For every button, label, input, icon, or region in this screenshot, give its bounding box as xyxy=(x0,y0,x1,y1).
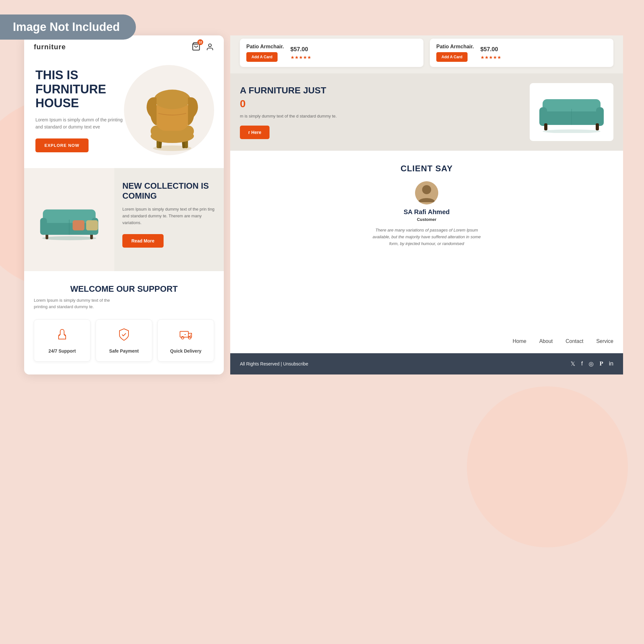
svg-rect-30 xyxy=(544,123,547,130)
product-1-price: $57.00 xyxy=(290,46,311,53)
sofa-banner-svg xyxy=(536,91,607,133)
svg-rect-20 xyxy=(86,220,98,231)
svg-point-24 xyxy=(543,129,601,133)
social-instagram[interactable]: ◎ xyxy=(589,360,594,367)
collection-title: NEW COLLECTION IS COMING xyxy=(122,181,216,201)
svg-rect-31 xyxy=(596,123,599,130)
support-247-label: 24/7 Support xyxy=(39,348,85,354)
product-card-1: Patio Armchair. Add A Card $57.00 ★★★★★ xyxy=(240,39,423,67)
banner-text: A FURNITURE JUST 0 m is simply dummy tex… xyxy=(240,85,520,139)
support-delivery-label: Quick Delivery xyxy=(163,348,209,354)
left-panel: furniture 10 THIS IS FURNITU xyxy=(24,35,224,374)
svg-rect-16 xyxy=(40,218,47,235)
shop-here-button[interactable]: r Here xyxy=(240,126,270,139)
add-card-button-1[interactable]: Add A Card xyxy=(246,52,278,62)
product-card-2: Patio Armchair. Add A Card $57.00 ★★★★★ xyxy=(430,39,613,67)
right-panel: Patio Armchair. Add A Card $57.00 ★★★★★ … xyxy=(230,35,623,374)
rp-footer-bottom: All Rights Reserved | Unsubscribe 𝕏 f ◎ … xyxy=(230,353,623,374)
support-description: Lorem Ipsum is simply dummy text of the … xyxy=(34,297,114,310)
testimonial-quote: There are many variations of passages of… xyxy=(372,227,481,247)
banner-description: m is simply dummy text of the d standard… xyxy=(240,113,520,119)
support-cards: 24/7 Support Safe Payment xyxy=(34,319,214,362)
support-247-icon xyxy=(39,327,85,345)
product-1-right: $57.00 ★★★★★ xyxy=(290,46,311,60)
product-1-info: Patio Armchair. Add A Card xyxy=(246,44,284,62)
banner-sofa-image xyxy=(530,83,613,141)
footer-nav-service[interactable]: Service xyxy=(596,338,613,344)
product-1-stars: ★★★★★ xyxy=(290,55,311,60)
testimonial-title: CLIENT SAY xyxy=(240,164,613,174)
banner-title: A FURNITURE JUST xyxy=(240,85,520,96)
svg-point-33 xyxy=(422,185,431,194)
logo: furniture xyxy=(34,43,66,51)
lp-support: WELCOME OUR SUPPORT Lorem Ipsum is simpl… xyxy=(24,271,224,374)
support-card-247: 24/7 Support xyxy=(34,319,90,362)
footer-copyright: All Rights Reserved | Unsubscribe xyxy=(240,361,308,366)
social-linkedin[interactable]: in xyxy=(609,360,613,367)
footer-nav-home[interactable]: Home xyxy=(513,338,526,344)
support-delivery-icon xyxy=(163,327,209,345)
svg-rect-21 xyxy=(180,331,188,337)
support-payment-icon xyxy=(101,327,147,345)
footer-social: 𝕏 f ◎ 𝐏 in xyxy=(571,360,613,367)
cart-icon-wrap[interactable]: 10 xyxy=(192,42,201,52)
collection-description: Lorem Ipsum is simply dummy text of the … xyxy=(122,206,216,226)
main-layout: furniture 10 THIS IS FURNITU xyxy=(24,35,623,374)
rp-top: Patio Armchair. Add A Card $57.00 ★★★★★ … xyxy=(230,35,623,73)
product-1-name: Patio Armchair. xyxy=(246,44,284,50)
testimonial-role: Customer xyxy=(240,217,613,222)
rp-footer-nav: Home About Contact Service xyxy=(230,329,623,353)
svg-point-10 xyxy=(154,90,191,109)
product-2-name: Patio Armchair. xyxy=(436,44,474,50)
svg-point-11 xyxy=(42,236,96,240)
footer-nav-contact[interactable]: Contact xyxy=(566,338,583,344)
lp-collection: NEW COLLECTION IS COMING Lorem Ipsum is … xyxy=(24,168,224,271)
rp-banner: A FURNITURE JUST 0 m is simply dummy tex… xyxy=(230,73,623,151)
social-facebook[interactable]: f xyxy=(581,360,583,367)
svg-rect-19 xyxy=(73,220,85,231)
chair-image xyxy=(137,71,221,168)
explore-now-button[interactable]: EXPLORE NOW xyxy=(35,138,89,152)
hero-description: Lorem Ipsum is simply dumm of the printi… xyxy=(35,116,126,131)
rp-testimonial: CLIENT SAY SA Rafi Ahmed Customer There … xyxy=(230,151,623,329)
social-pinterest[interactable]: 𝐏 xyxy=(600,360,603,367)
support-card-delivery: Quick Delivery xyxy=(157,319,214,362)
support-card-payment: Safe Payment xyxy=(96,319,152,362)
cart-badge: 10 xyxy=(197,39,203,45)
svg-rect-27 xyxy=(539,107,547,126)
support-title: WELCOME OUR SUPPORT xyxy=(34,284,214,294)
bg-circle-2 xyxy=(467,386,628,547)
footer-nav-about[interactable]: About xyxy=(539,338,553,344)
product-2-info: Patio Armchair. Add A Card xyxy=(436,44,474,62)
hero-title: THIS IS FURNITURE HOUSE xyxy=(35,68,132,110)
product-2-stars: ★★★★★ xyxy=(480,55,501,60)
social-twitter[interactable]: 𝕏 xyxy=(571,360,575,367)
user-icon[interactable] xyxy=(206,43,214,51)
product-2-price: $57.00 xyxy=(480,46,501,53)
collection-text-area: NEW COLLECTION IS COMING Lorem Ipsum is … xyxy=(114,168,224,271)
support-payment-label: Safe Payment xyxy=(101,348,147,354)
collection-image-area xyxy=(24,168,114,271)
image-not-included-badge: Image Not Included xyxy=(0,14,136,40)
testimonial-name: SA Rafi Ahmed xyxy=(240,208,613,216)
product-2-right: $57.00 ★★★★★ xyxy=(480,46,501,60)
add-card-button-2[interactable]: Add A Card xyxy=(436,52,468,62)
read-more-button[interactable]: Read More xyxy=(122,234,164,248)
banner-price: 0 xyxy=(240,98,520,110)
svg-rect-28 xyxy=(596,107,604,126)
svg-point-1 xyxy=(209,44,212,47)
lp-hero: THIS IS FURNITURE HOUSE Lorem Ipsum is s… xyxy=(24,59,224,168)
sofa-image-collection xyxy=(35,199,103,241)
testimonial-avatar xyxy=(415,181,438,204)
header-icons: 10 xyxy=(192,42,214,52)
